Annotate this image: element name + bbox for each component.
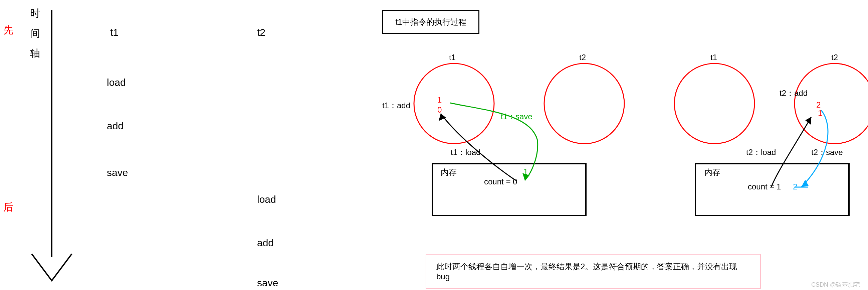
group2-red-1: 1 — [818, 109, 822, 118]
group2-red-2: 2 — [816, 100, 820, 110]
group2-svg — [0, 0, 868, 290]
svg-marker-9 — [805, 117, 811, 125]
group2-blue-2: 2 — [793, 182, 797, 192]
group2-t2-save-label: t2：save — [811, 147, 843, 158]
group2-count-label: count = 1 — [748, 182, 781, 192]
group2-memory-label: 内存 — [705, 167, 720, 178]
group2-t2-load-label: t2：load — [746, 147, 776, 158]
summary-text: 此时两个线程各自自增一次，最终结果是2。这是符合预期的，答案正确，并没有出现 b… — [436, 262, 737, 281]
group2-t1-label: t1 — [710, 53, 717, 62]
svg-point-6 — [674, 63, 754, 144]
summary-box: 此时两个线程各自自增一次，最终结果是2。这是符合预期的，答案正确，并没有出现 b… — [426, 254, 761, 289]
watermark-text: CSDN @碳基肥宅 — [811, 281, 860, 289]
svg-point-7 — [795, 63, 868, 144]
group2-t2-add-label: t2：add — [779, 88, 808, 98]
group2-t2-label: t2 — [831, 53, 838, 62]
